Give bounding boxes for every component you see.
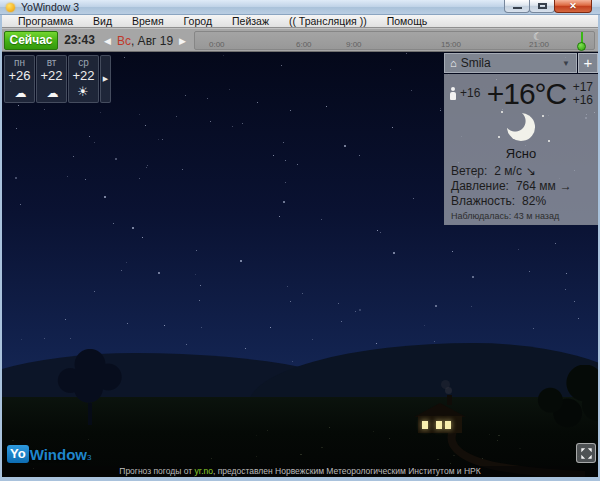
night-scene: пн +26 вт +22 ср +22 ▶ ⌂ Smila xyxy=(2,52,598,477)
window-frame xyxy=(0,477,600,481)
weather-panel: ⌂ Smila ▼ + +16 +16°C +17 +16 xyxy=(444,53,598,225)
menu-item-landscape[interactable]: Пейзаж xyxy=(222,15,279,27)
sun-logo-icon xyxy=(6,3,15,12)
forecast-day-tuesday[interactable]: вт +22 xyxy=(36,55,67,103)
star-dot xyxy=(498,136,500,138)
yowindow-logo: Yo Window 3 xyxy=(7,445,91,463)
house-window xyxy=(436,421,442,429)
house-window xyxy=(445,421,451,429)
wind-label: Ветер: xyxy=(451,164,487,178)
wind-value: 2 м/с xyxy=(494,164,522,178)
timeline-tick: 6:00 xyxy=(296,40,312,49)
minimize-button[interactable] xyxy=(504,0,530,13)
chimney-smoke xyxy=(445,387,452,394)
forecast-strip: пн +26 вт +22 ср +22 ▶ xyxy=(4,55,111,103)
low-temp: +16 xyxy=(573,94,593,107)
weather-panel-body: +16 +16°C +17 +16 Ясно В xyxy=(444,74,598,225)
condition-icon-row xyxy=(449,111,593,146)
star-dot xyxy=(501,111,503,113)
menu-bar: Программа Вид Время Город Пейзаж (( Тран… xyxy=(2,15,598,28)
forecast-day-wednesday[interactable]: ср +22 xyxy=(68,55,99,103)
location-name: Smila xyxy=(461,56,562,70)
sun-cloud-icon xyxy=(37,84,66,102)
pressure-label: Давление: xyxy=(451,179,509,193)
logo-yo-badge: Yo xyxy=(7,445,29,463)
menu-item-view[interactable]: Вид xyxy=(83,15,122,27)
clock-time: 23:43 xyxy=(61,31,98,50)
maximize-icon xyxy=(538,3,547,9)
title-bar: YoWindow 3 ✕ xyxy=(0,0,600,15)
forecast-day-temp: +26 xyxy=(5,69,34,82)
weather-panel-header: ⌂ Smila ▼ + xyxy=(444,53,598,73)
observed-label: Наблюдалась: xyxy=(451,211,511,221)
star-dot xyxy=(548,140,550,142)
humidity-row: Влажность:82% xyxy=(449,194,593,209)
humidity-value: 82% xyxy=(522,194,546,208)
forecast-day-monday[interactable]: пн +26 xyxy=(4,55,35,103)
star-dot xyxy=(542,115,544,117)
maximize-button[interactable] xyxy=(529,0,555,13)
forecast-day-temp: +22 xyxy=(69,69,98,82)
feels-like: +16 xyxy=(449,86,480,100)
pressure-value: 764 мм xyxy=(516,179,556,193)
logo-wordmark: Window xyxy=(30,446,87,463)
house xyxy=(410,395,470,433)
condition-text: Ясно xyxy=(449,146,593,161)
credit-prefix: Прогноз погоды от xyxy=(119,466,194,476)
timeline-tick: 0:00 xyxy=(209,40,225,49)
forecast-day-temp: +22 xyxy=(37,69,66,82)
forecast-expand-button[interactable]: ▶ xyxy=(100,55,111,103)
toolbar: Сейчас 23:43 ◀ Вс, Авг 19 ▶ 0:00 6:00 9:… xyxy=(2,28,598,52)
close-icon: ✕ xyxy=(555,0,591,12)
sun-cloud-icon xyxy=(5,84,34,102)
credit-bar: Прогноз погоды от yr.no, предоставлен Но… xyxy=(2,466,598,477)
sun-icon xyxy=(69,84,98,102)
menu-item-time[interactable]: Время xyxy=(122,15,174,27)
humidity-label: Влажность: xyxy=(451,194,515,208)
minimize-icon xyxy=(513,7,522,9)
close-button[interactable]: ✕ xyxy=(554,0,592,13)
tree-silhouette xyxy=(52,349,128,419)
date-rest-label: , Авг 19 xyxy=(131,34,173,48)
temperature-row: +16 +16°C +17 +16 xyxy=(449,77,593,111)
house-window xyxy=(422,421,428,429)
timeline-slider[interactable]: 0:00 6:00 9:00 15:00 21:00 ☾ xyxy=(194,31,595,50)
trees-silhouette xyxy=(510,365,598,429)
high-low: +17 +16 xyxy=(573,81,593,107)
moon-phase-icon: ☾ xyxy=(533,31,542,42)
house-roof xyxy=(414,403,466,417)
timeline-tick: 9:00 xyxy=(346,40,362,49)
yr-no-link[interactable]: yr.no xyxy=(195,466,213,476)
window-title: YoWindow 3 xyxy=(21,1,79,14)
window-controls: ✕ xyxy=(505,0,592,13)
person-icon xyxy=(449,87,457,100)
feels-like-value: +16 xyxy=(460,86,480,100)
menu-item-city[interactable]: Город xyxy=(174,15,222,27)
menu-item-program[interactable]: Программа xyxy=(8,15,83,27)
credit-suffix: , предоставлен Норвежским Метеорологичес… xyxy=(213,466,481,476)
observed-value: 43 м назад xyxy=(514,211,559,221)
home-icon: ⌂ xyxy=(450,54,457,72)
fullscreen-button[interactable] xyxy=(576,443,596,463)
pressure-trend-icon: → xyxy=(560,179,572,193)
wind-direction-icon: ↘ xyxy=(526,164,536,178)
add-location-button[interactable]: + xyxy=(578,53,598,73)
menu-item-help[interactable]: Помощь xyxy=(377,15,438,27)
logo-version: 3 xyxy=(87,453,91,463)
time-cursor-handle[interactable] xyxy=(577,42,586,51)
weekday-label: Вс xyxy=(117,34,131,48)
yowindow-app: YoWindow 3 ✕ Программа Вид Время Город П… xyxy=(0,0,600,481)
chevron-down-icon: ▼ xyxy=(562,59,570,68)
menu-item-broadcast[interactable]: (( Трансляция )) xyxy=(279,15,377,27)
now-button[interactable]: Сейчас xyxy=(4,31,58,50)
current-temperature: +16°C xyxy=(480,77,572,111)
next-day-button[interactable]: ▶ xyxy=(179,36,186,46)
date-navigator: ◀ Вс, Авг 19 ▶ xyxy=(100,31,190,50)
window-frame xyxy=(0,15,2,481)
location-selector[interactable]: ⌂ Smila ▼ xyxy=(444,53,577,73)
wind-row: Ветер:2 м/с↘ xyxy=(449,164,593,179)
pressure-row: Давление:764 мм→ xyxy=(449,179,593,194)
prev-day-button[interactable]: ◀ xyxy=(104,36,111,46)
moon-icon xyxy=(505,111,537,143)
timeline-tick: 15:00 xyxy=(441,40,461,49)
